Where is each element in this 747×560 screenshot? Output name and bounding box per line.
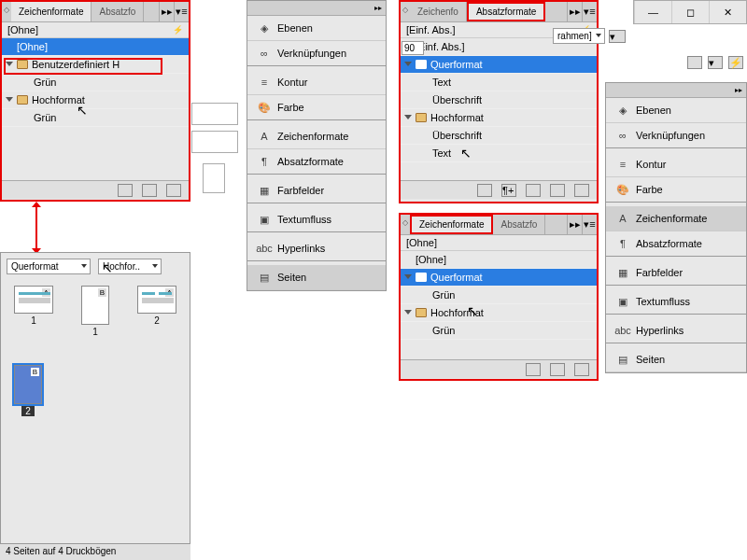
toolbar-btn[interactable]: ▾ — [708, 56, 723, 69]
new-style-button[interactable] — [550, 363, 565, 376]
list-item[interactable]: Überschrift — [401, 127, 597, 145]
list-item[interactable]: [Ohne] — [401, 251, 597, 269]
side-panel-item[interactable]: ∞Verknüpfungen — [606, 123, 746, 148]
panel-item-icon: ∞ — [257, 47, 272, 60]
list-item[interactable]: Grün — [2, 109, 189, 127]
disclosure-icon[interactable] — [404, 115, 412, 119]
panel-expand-icon[interactable]: ▸▸ — [567, 2, 582, 21]
list-item[interactable]: Querformat — [401, 56, 597, 74]
rahmen-dropdown[interactable]: rahmen] — [553, 28, 605, 44]
master-dropdown-hochformat[interactable]: Hochfor.. — [98, 259, 162, 274]
page-thumb-1b[interactable]: B 1 — [81, 286, 109, 337]
side-panel-item[interactable]: ≡Kontur — [606, 152, 746, 177]
tab-zeichenformate[interactable]: Zeichenfo — [410, 2, 467, 21]
list-item-label: [Ohne] — [416, 254, 446, 265]
side-panel-item[interactable]: ▣Textumfluss — [247, 207, 386, 232]
collapse-icon[interactable]: ◇ — [401, 215, 410, 234]
list-item[interactable]: Text — [401, 74, 597, 91]
list-item[interactable]: [Ohne] — [2, 38, 189, 56]
tab-zeichenformate[interactable]: Zeichenformate — [410, 215, 493, 234]
delete-button[interactable] — [574, 363, 589, 376]
panel-item-icon: ∞ — [615, 129, 630, 142]
tab-absatzformate[interactable]: Absatzformate — [467, 2, 545, 21]
disclosure-icon[interactable] — [6, 62, 13, 66]
panel-item-label: Verknüpfungen — [277, 48, 346, 59]
list-item[interactable]: Grün — [401, 287, 597, 304]
side-panel-item[interactable]: ▤Seiten — [606, 347, 746, 372]
panel-tabbar: ◇ Zeichenfo Absatzformate ▸▸ ▾≡ — [401, 2, 597, 22]
delete-button[interactable] — [574, 184, 589, 197]
list-item[interactable]: Hochformat — [401, 109, 597, 127]
minimize-button[interactable]: — — [634, 1, 671, 23]
toolbar-btn[interactable]: ⚡ — [728, 56, 743, 69]
side-panel-item[interactable]: ◈Ebenen — [606, 98, 746, 123]
list-item[interactable]: Benutzerdefiniert H — [2, 56, 189, 74]
list-item[interactable]: Hochformat — [401, 304, 597, 322]
list-item[interactable]: Überschrift — [401, 91, 597, 109]
new-style-button[interactable] — [142, 184, 157, 197]
panel-menu-icon[interactable]: ▾≡ — [174, 2, 189, 21]
list-item[interactable]: Querformat — [401, 269, 597, 287]
list-item[interactable]: Grün — [2, 74, 189, 91]
tab-absatzformate[interactable]: Absatzfo — [493, 215, 545, 234]
side-panel-item[interactable]: 🎨Farbe — [606, 177, 746, 203]
panel-menu-icon[interactable]: ▾≡ — [582, 2, 597, 21]
toolbar-btn[interactable]: ▾ — [609, 30, 626, 43]
disclosure-icon[interactable] — [6, 97, 13, 102]
side-panel-item[interactable]: ▣Textumfluss — [606, 289, 746, 315]
side-panel-item[interactable]: ¶Absatzformate — [247, 149, 386, 175]
tab-zeichenformate[interactable]: Zeichenformate — [11, 2, 92, 21]
collapse-icon[interactable]: ◇ — [2, 2, 11, 21]
toolbar-row-2: ▾ ⚡ — [687, 56, 743, 69]
side-panel-item[interactable]: abcHyperlinks — [606, 318, 746, 343]
side-panel-item[interactable]: AZeichenformate — [247, 124, 386, 149]
tab-absatzformate[interactable]: Absatzfo — [92, 2, 144, 21]
side-panel-item[interactable]: AZeichenformate — [606, 206, 746, 231]
list-item[interactable]: Hochformat — [2, 91, 189, 109]
close-button[interactable]: ✕ — [709, 1, 746, 23]
status-bar: 4 Seiten auf 4 Druckbögen — [0, 543, 190, 560]
footer-btn-2[interactable]: ¶+ — [501, 184, 516, 197]
list-item-label: Überschrift — [432, 130, 482, 141]
panel-menu-icon[interactable]: ▾≡ — [582, 215, 597, 234]
toolbar-btn[interactable] — [687, 56, 702, 69]
disclosure-icon[interactable] — [404, 274, 412, 279]
numeric-field[interactable]: 90 — [402, 41, 424, 55]
page-thumb-2b[interactable]: B 2 — [14, 365, 42, 416]
side-panel-item[interactable]: ◈Ebenen — [247, 16, 386, 41]
new-style-button[interactable] — [550, 184, 565, 197]
panel-item-label: Farbfelder — [277, 185, 324, 196]
panel-expand-icon[interactable]: ▸▸ — [159, 2, 174, 21]
side-panel-item[interactable]: ≡Kontur — [247, 70, 386, 95]
new-group-button[interactable] — [526, 363, 541, 376]
side-panel-item[interactable]: ▦Farbfelder — [247, 178, 386, 203]
disclosure-icon[interactable] — [404, 310, 412, 315]
side-panel-item[interactable]: abcHyperlinks — [247, 236, 386, 261]
collapse-icon[interactable]: ◇ — [401, 2, 410, 21]
list-item[interactable]: Text — [401, 145, 597, 162]
page-thumb-1a[interactable]: A 1 — [14, 286, 53, 337]
panel-expand-icon[interactable]: ▸▸ — [735, 86, 742, 94]
delete-button[interactable] — [166, 184, 181, 197]
panel-item-label: Kontur — [277, 77, 307, 88]
new-group-button[interactable] — [526, 184, 541, 197]
side-panel-item[interactable]: 🎨Farbe — [247, 95, 386, 120]
disclosure-icon[interactable] — [404, 62, 412, 66]
panel-expand-icon[interactable]: ▸▸ — [567, 215, 582, 234]
page-thumb-2a[interactable]: A 2 — [137, 286, 176, 337]
master-dropdown-querformat[interactable]: Querformat — [7, 259, 91, 274]
side-panel-item[interactable]: ▦Farbfelder — [606, 260, 746, 286]
panel-item-label: Absatzformate — [636, 238, 702, 249]
list-item-label: Grün — [34, 77, 56, 88]
list-item[interactable]: Grün — [401, 322, 597, 340]
footer-btn-1[interactable] — [477, 184, 492, 197]
side-panel-item[interactable]: ▤Seiten — [247, 265, 386, 290]
side-panel-item[interactable]: ¶Absatzformate — [606, 231, 746, 257]
panel-item-icon: ▣ — [257, 213, 272, 226]
new-group-button[interactable] — [118, 184, 133, 197]
red-arrow — [35, 207, 37, 248]
side-panel-item[interactable]: ∞Verknüpfungen — [247, 41, 386, 66]
maximize-button[interactable]: ◻ — [671, 1, 709, 23]
panel-expand-icon[interactable]: ▸▸ — [374, 4, 382, 12]
panel-item-label: Absatzformate — [277, 156, 344, 167]
